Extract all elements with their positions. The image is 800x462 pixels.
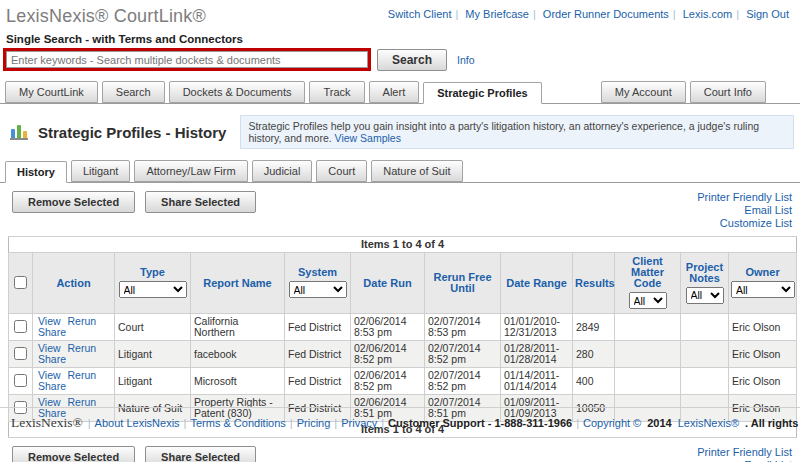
cell-date-range: 01/14/2011-01/14/2014 [501, 368, 573, 395]
remove-selected-button-bottom[interactable]: Remove Selected [12, 446, 135, 462]
tab-strategic-profiles[interactable]: Strategic Profiles [423, 82, 541, 104]
cell-report-name: facebook [191, 341, 285, 368]
terms-conditions-link[interactable]: Terms & Conditions [190, 417, 285, 429]
owner-filter-select[interactable]: All [731, 281, 795, 298]
cell-results: 280 [573, 341, 615, 368]
col-action: Action [33, 253, 115, 314]
tab-dockets-documents[interactable]: Dockets & Documents [169, 81, 306, 103]
main-tab-strip: My CourtLink Search Dockets & Documents … [0, 81, 800, 104]
row-checkbox-cell [9, 368, 33, 395]
printer-friendly-list-link-bottom[interactable]: Printer Friendly List [697, 446, 792, 459]
divider: | [576, 417, 579, 429]
row-checkbox[interactable] [14, 320, 27, 333]
items-caption-top-row: Items 1 to 4 of 4 [9, 237, 797, 253]
utility-nav: Switch Client| My Briefcase| Order Runne… [385, 6, 792, 20]
cell-results: 2849 [573, 314, 615, 341]
col-rerun-free-until: Rerun Free Until [425, 253, 501, 314]
subtab-litigant[interactable]: Litigant [71, 160, 130, 182]
list-links-bottom: Printer Friendly List Email List Customi… [697, 446, 792, 462]
rerun-link[interactable]: Rerun [68, 315, 97, 327]
divider: | [184, 417, 187, 429]
cell-report-name: California Northern [191, 314, 285, 341]
subtab-history[interactable]: History [5, 161, 67, 183]
cell-date-run: 02/06/2014 8:53 pm [351, 314, 425, 341]
customize-list-link[interactable]: Customize List [697, 217, 792, 230]
cell-type: Litigant [115, 368, 191, 395]
bar-chart-icon [10, 125, 28, 140]
cell-date-run: 02/06/2014 8:52 pm [351, 368, 425, 395]
page-head: Strategic Profiles - History Strategic P… [0, 104, 800, 149]
divider: | [334, 417, 337, 429]
tab-my-account[interactable]: My Account [601, 81, 686, 103]
sub-tab-strip: History Litigant Attorney/Law Firm Judic… [0, 160, 800, 183]
order-runner-documents-link[interactable]: Order Runner Documents [543, 8, 669, 20]
remove-selected-button[interactable]: Remove Selected [12, 191, 135, 213]
share-selected-button[interactable]: Share Selected [145, 191, 256, 213]
select-all-cell [9, 253, 33, 314]
my-briefcase-link[interactable]: My Briefcase [465, 8, 529, 20]
search-input[interactable] [6, 51, 368, 68]
results-tbody: View Rerun Share Court California Northe… [9, 314, 797, 422]
lexis-com-link[interactable]: Lexis.com [683, 8, 733, 20]
subtab-nature-of-suit[interactable]: Nature of Suit [371, 160, 462, 182]
search-button[interactable]: Search [377, 49, 447, 71]
rerun-link[interactable]: Rerun [68, 342, 97, 354]
privacy-link[interactable]: Privacy [341, 417, 377, 429]
cell-system: Fed District [285, 314, 351, 341]
tab-my-courtlink[interactable]: My CourtLink [5, 81, 98, 103]
email-list-link[interactable]: Email List [697, 204, 792, 217]
col-report-name: Report Name [191, 253, 285, 314]
cell-date-range: 01/28/2011-01/28/2014 [501, 341, 573, 368]
info-link[interactable]: Info [457, 54, 475, 66]
divider: | [533, 8, 536, 20]
project-notes-filter-select[interactable]: All [686, 287, 724, 304]
top-bar: LexisNexis® CourtLink® Switch Client| My… [0, 0, 800, 27]
select-all-checkbox[interactable] [14, 276, 27, 289]
about-lexisnexis-link[interactable]: About LexisNexis [95, 417, 180, 429]
pricing-link[interactable]: Pricing [297, 417, 331, 429]
rerun-link[interactable]: Rerun [68, 369, 97, 381]
share-selected-button-bottom[interactable]: Share Selected [145, 446, 256, 462]
col-owner: Owner All [729, 253, 797, 314]
client-matter-code-filter-select[interactable]: All [629, 292, 667, 309]
cell-system: Fed District [285, 368, 351, 395]
share-link[interactable]: Share [38, 380, 66, 392]
lexisnexis-courtlink-logo: LexisNexis® CourtLink® [6, 6, 206, 27]
cell-project-notes [681, 368, 729, 395]
tab-search[interactable]: Search [102, 81, 165, 103]
divider: | [290, 417, 293, 429]
cell-rerun-free-until: 02/07/2014 8:52 pm [425, 368, 501, 395]
tab-alert[interactable]: Alert [369, 81, 420, 103]
share-link[interactable]: Share [38, 326, 66, 338]
type-filter-select[interactable]: All [119, 281, 187, 298]
search-row: Search Info [0, 48, 800, 71]
view-samples-link[interactable]: View Samples [335, 132, 401, 144]
subtab-attorney-law-firm[interactable]: Attorney/Law Firm [134, 160, 247, 182]
subtab-judicial[interactable]: Judicial [252, 160, 313, 182]
page-description: Strategic Profiles help you gain insight… [240, 115, 794, 149]
copyright-brand-link[interactable]: LexisNexis® [678, 417, 739, 429]
col-date-range: Date Range [501, 253, 573, 314]
toolbar-bottom: Remove Selected Share Selected Printer F… [0, 438, 800, 462]
system-filter-select[interactable]: All [289, 281, 347, 298]
row-checkbox[interactable] [14, 374, 27, 387]
tab-track[interactable]: Track [309, 81, 364, 103]
col-project-notes: Project Notes All [681, 253, 729, 314]
cell-system: Fed District [285, 341, 351, 368]
table-row: View Rerun Share Court California Northe… [9, 314, 797, 341]
copyright-link[interactable]: Copyright © [583, 417, 641, 429]
tab-court-info[interactable]: Court Info [690, 81, 766, 103]
divider: | [381, 417, 384, 429]
share-link[interactable]: Share [38, 353, 66, 365]
sign-out-link[interactable]: Sign Out [746, 8, 789, 20]
row-checkbox[interactable] [14, 347, 27, 360]
description-text: Strategic Profiles help you gain insight… [248, 120, 759, 144]
col-system: System All [285, 253, 351, 314]
cell-rerun-free-until: 02/07/2014 8:52 pm [425, 341, 501, 368]
copyright-suffix: . All rights reserved. [745, 417, 800, 429]
subtab-court[interactable]: Court [316, 160, 367, 182]
switch-client-link[interactable]: Switch Client [388, 8, 452, 20]
cell-results: 400 [573, 368, 615, 395]
cell-project-notes [681, 314, 729, 341]
printer-friendly-list-link[interactable]: Printer Friendly List [697, 191, 792, 204]
